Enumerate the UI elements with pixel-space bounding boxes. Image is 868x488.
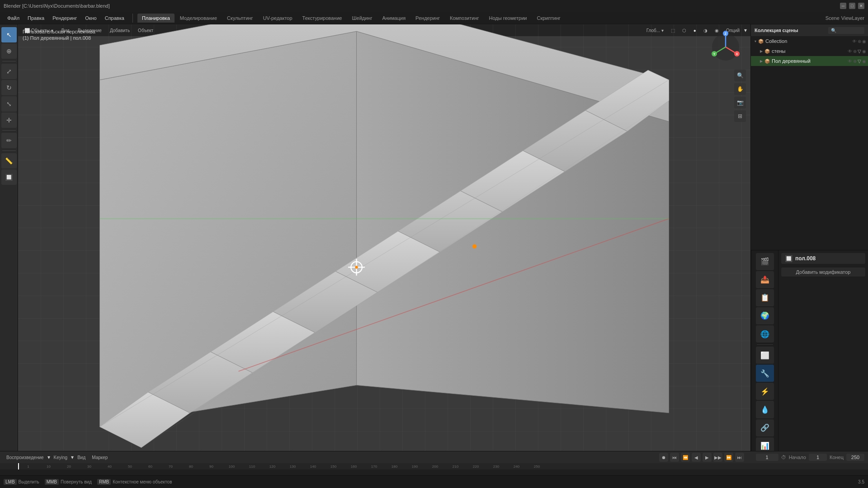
render-props-btn[interactable]: 🎬	[756, 253, 774, 270]
end-frame-display[interactable]: 250	[846, 454, 864, 461]
playback-controls: ⏺ ⏮ ⏪ ◀ ▶ ▶▶ ⏩ ⏭	[659, 453, 744, 462]
camera-btn[interactable]: 📷	[734, 97, 746, 108]
grid-btn[interactable]: ⊞	[734, 110, 746, 122]
viewlayer-props-btn[interactable]: 📋	[756, 289, 774, 306]
collection-icon: 📦	[758, 39, 764, 44]
jump-end-btn[interactable]: ⏭	[735, 453, 744, 462]
tab-geometry-nodes[interactable]: Ноды геометрии	[485, 14, 532, 23]
playback-menu-btn[interactable]: Воспроизведение	[4, 454, 47, 461]
status-rotate: MMB Повернуть вид	[45, 479, 92, 485]
tab-window[interactable]: Окно	[81, 14, 100, 23]
next-frame-btn[interactable]: ⏩	[724, 453, 733, 462]
tab-layout[interactable]: Планировка	[137, 14, 175, 23]
scale-tool-btn[interactable]: ⤡	[1, 96, 17, 112]
tab-sculpting[interactable]: Скульптинг	[222, 14, 258, 23]
scene-props-btn[interactable]: 🌍	[756, 307, 774, 324]
scene-svg	[18, 24, 750, 475]
tab-scripting[interactable]: Скриптинг	[533, 14, 565, 23]
walls-icon: 📦	[764, 49, 770, 54]
jump-start-btn[interactable]: ⏮	[670, 453, 679, 462]
expand-arrow: ▾	[755, 39, 756, 43]
timeline-marks: 1 10 20 30 40 50 60 70 80 90 100 110 120…	[18, 465, 547, 469]
floor-eye-icon[interactable]: 👁	[848, 59, 852, 64]
particles-props-btn[interactable]: ⚡	[756, 383, 774, 400]
move-tool-btn[interactable]: ⤢	[1, 64, 17, 79]
collection-vis-icons: 👁 ⊕ ◉	[852, 39, 866, 44]
title-controls: ─ □ ✕	[840, 3, 864, 9]
pan-btn[interactable]: ✋	[734, 83, 746, 95]
vis-cursor-icon[interactable]: ⊕	[858, 39, 861, 44]
tab-uv[interactable]: UV-редактор	[259, 14, 297, 23]
start-frame-display[interactable]: 1	[809, 454, 827, 461]
mark-40: 40	[99, 465, 120, 469]
floor-cursor-icon[interactable]: ⊕	[853, 59, 857, 64]
transform-tool-btn[interactable]: ✛	[1, 113, 17, 128]
walls-arrow: ▶	[760, 49, 763, 53]
tab-modeling[interactable]: Моделирование	[175, 14, 222, 23]
walls-render-icon[interactable]: ◉	[862, 49, 866, 54]
play-btn[interactable]: ▶	[703, 453, 712, 462]
vis-eye-icon[interactable]: 👁	[852, 39, 857, 44]
zoom-in-btn[interactable]: 🔍	[734, 70, 746, 81]
tab-help[interactable]: Справка	[101, 14, 128, 23]
maximize-btn[interactable]: □	[849, 3, 855, 9]
frame-controls: 1 ⏱ Начало 1 Конец 250	[756, 454, 864, 461]
world-props-btn[interactable]: 🌐	[756, 325, 774, 343]
floor-label: Пол деревянный	[772, 58, 846, 64]
timeline-ruler[interactable]: 1 10 20 30 40 50 60 70 80 90 100 110 120…	[0, 463, 868, 469]
modifier-props-btn[interactable]: 🔧	[756, 365, 774, 382]
outliner-item-collection[interactable]: ▾ 📦 Collection 👁 ⊕ ◉	[751, 36, 868, 46]
constraints-props-btn[interactable]: 🔗	[756, 419, 774, 436]
svg-text:X: X	[736, 52, 738, 56]
outliner-header: Коллекция сцены	[751, 24, 868, 36]
record-btn[interactable]: ⏺	[659, 453, 668, 462]
walls-eye-icon[interactable]: 👁	[848, 49, 852, 54]
vis-render-icon[interactable]: ◉	[862, 39, 866, 44]
floor-filter-icon[interactable]: ▽	[858, 59, 861, 64]
minimize-btn[interactable]: ─	[840, 3, 846, 9]
rotate-tool-btn[interactable]: ↻	[1, 80, 17, 95]
object-props-btn[interactable]: ⬜	[756, 347, 774, 364]
select-tool-btn[interactable]: ↖	[1, 27, 17, 42]
mark-200: 200	[425, 465, 445, 469]
tab-render[interactable]: Рендеринг	[49, 14, 80, 23]
mark-170: 170	[364, 465, 384, 469]
view-menu-btn[interactable]: Вид	[75, 454, 88, 461]
walls-filter-icon[interactable]: ▽	[858, 49, 861, 54]
add-btn[interactable]: 🔲	[1, 169, 17, 185]
outliner-search[interactable]	[828, 27, 864, 34]
walls-cursor-icon[interactable]: ⊕	[853, 49, 857, 54]
viewport[interactable]: ⬜ Объекты ▾ Вид Выделение Добавить Объек…	[18, 24, 750, 475]
measure-btn[interactable]: 📏	[1, 153, 17, 169]
mark-20: 20	[59, 465, 79, 469]
mark-190: 190	[405, 465, 425, 469]
tab-file[interactable]: Файл	[4, 14, 23, 23]
output-props-btn[interactable]: 📤	[756, 271, 774, 288]
tab-animation[interactable]: Анимация	[377, 14, 410, 23]
mark-150: 150	[323, 465, 344, 469]
floor-render-icon[interactable]: ◉	[862, 59, 866, 64]
mark-140: 140	[303, 465, 323, 469]
marker-btn[interactable]: Маркер	[89, 454, 110, 461]
frame-start-icon: ⏱	[781, 455, 786, 460]
keying-btn[interactable]: Keying	[51, 454, 71, 461]
outliner-item-walls[interactable]: ▶ 📦 стены 👁 ⊕ ▽ ◉	[751, 46, 868, 56]
mark-50: 50	[120, 465, 140, 469]
outliner-item-floor[interactable]: ▶ 📦 Пол деревянный 👁 ⊕ ▽ ◉	[751, 56, 868, 66]
tab-edit[interactable]: Правка	[24, 14, 48, 23]
prev-key-btn[interactable]: ◀	[692, 453, 701, 462]
tab-compositing[interactable]: Композитинг	[445, 14, 484, 23]
close-btn[interactable]: ✕	[858, 3, 864, 9]
tab-rendering[interactable]: Рендеринг	[411, 14, 444, 23]
timeline: Воспроизведение ▾ Keying ▾ Вид Маркер ⏺ …	[0, 451, 868, 475]
tab-texture[interactable]: Текстурирование	[298, 14, 347, 23]
current-frame-display[interactable]: 1	[756, 454, 778, 461]
tab-shading[interactable]: Шейдинг	[347, 14, 377, 23]
cursor-tool-btn[interactable]: ⊕	[1, 43, 17, 59]
add-modifier-btn[interactable]: Добавить модификатор	[781, 267, 865, 277]
next-key-btn[interactable]: ▶▶	[713, 453, 722, 462]
physics-props-btn[interactable]: 💧	[756, 401, 774, 418]
prev-frame-btn[interactable]: ⏪	[681, 453, 690, 462]
annotate-btn[interactable]: ✏	[1, 133, 17, 148]
context-key: RMB	[97, 479, 111, 485]
